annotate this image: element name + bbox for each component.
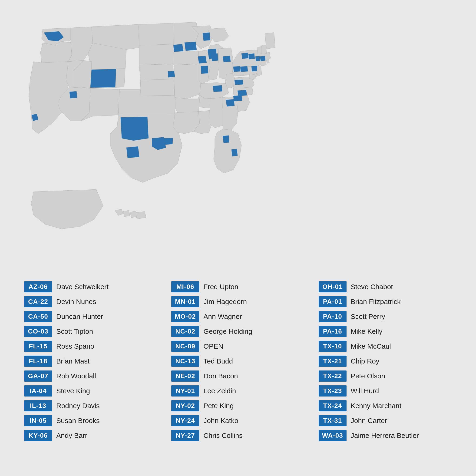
legend-container: AZ-06Dave SchweikertMI-06Fred UptonOH-01… bbox=[15, 277, 461, 446]
district-badge: PA-10 bbox=[319, 311, 347, 322]
representative-name: Don Bacon bbox=[203, 372, 238, 380]
page-container: AZ-06Dave SchweikertMI-06Fred UptonOH-01… bbox=[0, 0, 476, 476]
representative-name: Pete Olson bbox=[351, 372, 385, 380]
representative-name: Kenny Marchant bbox=[351, 402, 401, 410]
district-badge: NY-27 bbox=[171, 430, 199, 441]
district-badge: FL-15 bbox=[24, 341, 52, 352]
representative-name: Mike McCaul bbox=[351, 342, 391, 350]
legend-item: IA-04Steve King bbox=[24, 385, 157, 396]
representative-name: Will Hurd bbox=[351, 387, 379, 395]
district-badge: CA-50 bbox=[24, 311, 52, 322]
representative-name: Scott Tipton bbox=[56, 327, 93, 335]
district-badge: IL-13 bbox=[24, 400, 52, 411]
district-badge: IA-04 bbox=[24, 385, 52, 396]
representative-name: Lee Zeldin bbox=[203, 387, 236, 395]
representative-name: Fred Upton bbox=[203, 283, 238, 291]
district-badge: PA-16 bbox=[319, 326, 347, 337]
legend-item: PA-01Brian Fitzpatrick bbox=[319, 296, 452, 307]
map-container bbox=[15, 9, 461, 265]
representative-name: George Holding bbox=[203, 327, 252, 335]
representative-name: Rob Woodall bbox=[56, 372, 96, 380]
representative-name: John Katko bbox=[203, 417, 238, 425]
legend-item: AZ-06Dave Schweikert bbox=[24, 281, 157, 292]
legend-item: FL-15Ross Spano bbox=[24, 341, 157, 352]
representative-name: Jim Hagedorn bbox=[203, 298, 247, 306]
legend-item: IL-13Rodney Davis bbox=[24, 400, 157, 411]
district-badge: TX-21 bbox=[319, 356, 347, 367]
us-map bbox=[15, 9, 461, 265]
representative-name: Devin Nunes bbox=[56, 298, 96, 306]
legend-item: WA-03Jaime Herrera Beutler bbox=[319, 430, 452, 441]
district-badge: WA-03 bbox=[319, 430, 347, 441]
district-badge: GA-07 bbox=[24, 371, 52, 382]
district-badge: PA-01 bbox=[319, 296, 347, 307]
representative-name: Brian Fitzpatrick bbox=[351, 298, 401, 306]
representative-name: Pete King bbox=[203, 402, 234, 410]
representative-name: Scott Perry bbox=[351, 313, 385, 321]
legend-item: NY-01Lee Zeldin bbox=[171, 385, 305, 396]
legend-item: NC-13Ted Budd bbox=[171, 356, 305, 367]
legend-item: TX-10Mike McCaul bbox=[319, 341, 452, 352]
district-badge: AZ-06 bbox=[24, 281, 52, 292]
district-badge: KY-06 bbox=[24, 430, 52, 441]
district-badge: NY-24 bbox=[171, 415, 199, 426]
legend-item: NC-02George Holding bbox=[171, 326, 305, 337]
district-badge: IN-05 bbox=[24, 415, 52, 426]
representative-name: Duncan Hunter bbox=[56, 313, 103, 321]
district-badge: CA-22 bbox=[24, 296, 52, 307]
representative-name: OPEN bbox=[203, 342, 223, 350]
representative-name: Brian Mast bbox=[56, 357, 89, 365]
district-badge: CO-03 bbox=[24, 326, 52, 337]
legend-item: TX-31John Carter bbox=[319, 415, 452, 426]
legend-item: PA-10Scott Perry bbox=[319, 311, 452, 322]
representative-name: Chris Collins bbox=[203, 432, 242, 440]
district-badge: TX-22 bbox=[319, 371, 347, 382]
legend-item: CA-50Duncan Hunter bbox=[24, 311, 157, 322]
legend-item: PA-16Mike Kelly bbox=[319, 326, 452, 337]
representative-name: Susan Brooks bbox=[56, 417, 100, 425]
representative-name: Chip Roy bbox=[351, 357, 379, 365]
district-badge: NC-13 bbox=[171, 356, 199, 367]
representative-name: Rodney Davis bbox=[56, 402, 100, 410]
legend-item: NY-24John Katko bbox=[171, 415, 305, 426]
legend-item: TX-24Kenny Marchant bbox=[319, 400, 452, 411]
representative-name: Mike Kelly bbox=[351, 327, 383, 335]
legend-item: KY-06Andy Barr bbox=[24, 430, 157, 441]
district-badge: TX-31 bbox=[319, 415, 347, 426]
district-badge: NY-01 bbox=[171, 385, 199, 396]
legend-item: OH-01Steve Chabot bbox=[319, 281, 452, 292]
district-badge: TX-23 bbox=[319, 385, 347, 396]
representative-name: John Carter bbox=[351, 417, 387, 425]
district-badge: MI-06 bbox=[171, 281, 199, 292]
district-badge: NC-02 bbox=[171, 326, 199, 337]
representative-name: Andy Barr bbox=[56, 432, 87, 440]
representative-name: Dave Schweikert bbox=[56, 283, 109, 291]
legend-item: NE-02Don Bacon bbox=[171, 371, 305, 382]
legend-item: CO-03Scott Tipton bbox=[24, 326, 157, 337]
district-badge: MO-02 bbox=[171, 311, 199, 322]
legend-item: NY-02Pete King bbox=[171, 400, 305, 411]
legend-item: MO-02Ann Wagner bbox=[171, 311, 305, 322]
representative-name: Ross Spano bbox=[56, 342, 94, 350]
representative-name: Jaime Herrera Beutler bbox=[351, 432, 419, 440]
district-badge: MN-01 bbox=[171, 296, 199, 307]
legend-item: GA-07Rob Woodall bbox=[24, 371, 157, 382]
district-badge: FL-18 bbox=[24, 356, 52, 367]
legend-item: MN-01Jim Hagedorn bbox=[171, 296, 305, 307]
legend-item: CA-22Devin Nunes bbox=[24, 296, 157, 307]
representative-name: Ann Wagner bbox=[203, 313, 242, 321]
representative-name: Steve King bbox=[56, 387, 90, 395]
district-badge: OH-01 bbox=[319, 281, 347, 292]
legend-item: IN-05Susan Brooks bbox=[24, 415, 157, 426]
representative-name: Ted Budd bbox=[203, 357, 233, 365]
legend-item: FL-18Brian Mast bbox=[24, 356, 157, 367]
legend-item: TX-22Pete Olson bbox=[319, 371, 452, 382]
legend-item: TX-23Will Hurd bbox=[319, 385, 452, 396]
legend-item: NY-27Chris Collins bbox=[171, 430, 305, 441]
legend-item: MI-06Fred Upton bbox=[171, 281, 305, 292]
legend-item: TX-21Chip Roy bbox=[319, 356, 452, 367]
district-badge: NY-02 bbox=[171, 400, 199, 411]
district-badge: NC-09 bbox=[171, 341, 199, 352]
representative-name: Steve Chabot bbox=[351, 283, 393, 291]
district-badge: TX-10 bbox=[319, 341, 347, 352]
